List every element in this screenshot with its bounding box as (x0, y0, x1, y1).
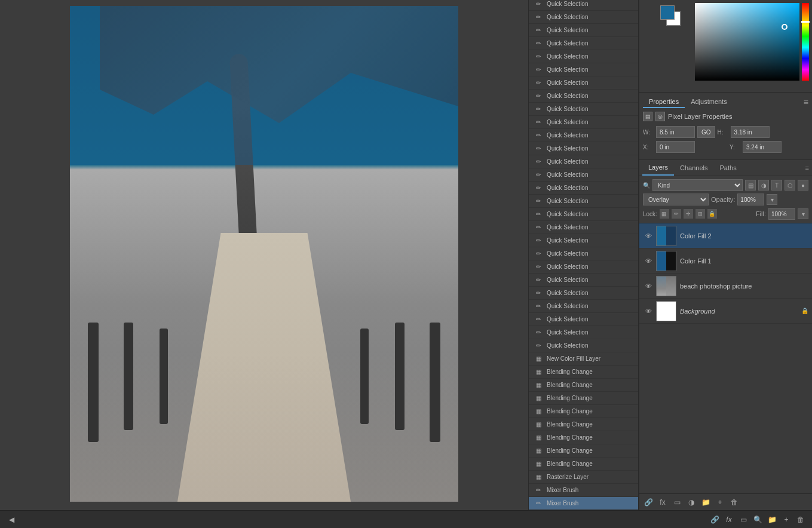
lock-move-btn[interactable]: ✛ (684, 209, 693, 219)
history-item[interactable]: ▦Blending Change (529, 379, 638, 392)
h-input[interactable] (731, 126, 770, 138)
layer-effects-btn[interactable]: fx (657, 497, 668, 508)
tab-channels[interactable]: Channels (674, 161, 713, 175)
history-item[interactable]: ✏Quick Selection (529, 103, 638, 116)
history-item[interactable]: ✏Quick Selection (529, 195, 638, 208)
history-item[interactable]: ✏Mixer Brush (529, 497, 638, 510)
layer-item[interactable]: 👁Color Fill 2 (639, 223, 812, 248)
history-item[interactable]: ✏Quick Selection (529, 221, 638, 234)
brush-icon: ✏ (534, 341, 543, 351)
history-item[interactable]: ✏Quick Selection (529, 274, 638, 287)
history-item[interactable]: ✏Quick Selection (529, 208, 638, 221)
y-input[interactable] (743, 141, 782, 153)
history-item[interactable]: ✏Quick Selection (529, 50, 638, 63)
delete-layer-btn[interactable]: 🗑 (729, 497, 740, 508)
history-item[interactable]: ▦Rasterize Layer (529, 471, 638, 484)
history-item[interactable]: ✏Quick Selection (529, 63, 638, 76)
fill-input[interactable] (768, 208, 795, 220)
history-item[interactable]: ▦Blending Change (529, 405, 638, 418)
new-layer-icon[interactable]: + (781, 514, 792, 525)
properties-menu-icon[interactable]: ≡ (804, 97, 808, 107)
w-input[interactable] (656, 126, 695, 138)
layer-visibility-toggle[interactable]: 👁 (643, 256, 654, 266)
history-item[interactable]: ▦Blending Change (529, 366, 638, 379)
tab-layers[interactable]: Layers (642, 160, 674, 176)
history-item[interactable]: ✏Quick Selection (529, 155, 638, 168)
history-item[interactable]: ▦Blending Change (529, 392, 638, 405)
opacity-input[interactable] (737, 194, 764, 205)
mask-icon[interactable]: ▭ (738, 514, 749, 525)
history-item[interactable]: ✏Quick Selection (529, 234, 638, 247)
history-item[interactable]: ▦Blending Change (529, 431, 638, 444)
blend-mode-select[interactable]: Overlay Normal Multiply Screen (643, 194, 709, 205)
history-item[interactable]: ✏Quick Selection (529, 313, 638, 326)
foreground-color-swatch[interactable] (660, 5, 675, 20)
opacity-arrow-btn[interactable]: ▾ (767, 194, 777, 205)
fill-arrow-btn[interactable]: ▾ (798, 208, 808, 219)
adjust-filter-btn[interactable]: ◑ (758, 180, 769, 191)
type-filter-btn[interactable]: T (771, 180, 782, 191)
history-item[interactable]: ✏Quick Selection (529, 11, 638, 24)
properties-panel-header: Properties Adjustments ≡ (643, 96, 808, 108)
history-item[interactable]: ✏Quick Selection (529, 24, 638, 37)
history-item[interactable]: ✏Quick Selection (529, 287, 638, 300)
shape-filter-btn[interactable]: ⬡ (785, 180, 795, 191)
history-item[interactable]: ✏Quick Selection (529, 76, 638, 90)
layers-menu-icon[interactable]: ≡ (805, 164, 809, 171)
history-item[interactable]: ✏Quick Selection (529, 247, 638, 260)
pixel-layer-icon2: ◎ (655, 112, 665, 121)
lock-artboard-btn[interactable]: ⊞ (695, 209, 705, 219)
x-input[interactable] (656, 141, 695, 153)
color-gradient[interactable] (695, 3, 799, 81)
history-item[interactable]: ✏Quick Selection (529, 37, 638, 50)
history-item[interactable]: ✏Quick Selection (529, 142, 638, 155)
history-item[interactable]: ✏Quick Selection (529, 0, 638, 11)
history-item[interactable]: ✏Quick Selection (529, 260, 638, 274)
tab-properties[interactable]: Properties (643, 96, 685, 108)
pixel-filter-btn[interactable]: ▤ (745, 180, 756, 191)
history-item[interactable]: ✏Quick Selection (529, 168, 638, 182)
kind-filter-select[interactable]: Kind (652, 179, 743, 191)
fx-icon[interactable]: fx (724, 514, 734, 525)
tab-adjustments[interactable]: Adjustments (685, 96, 733, 108)
layer-visibility-toggle[interactable]: 👁 (643, 306, 654, 317)
smart-filter-btn[interactable]: ● (798, 180, 808, 191)
search-icon2[interactable]: 🔍 (752, 514, 763, 525)
layer-item[interactable]: 👁Background🔒 (639, 299, 812, 324)
history-item-label: Quick Selection (547, 263, 588, 270)
history-item[interactable]: ✏Quick Selection (529, 182, 638, 195)
add-mask-btn[interactable]: ▭ (672, 497, 682, 508)
lock-checkerboard-btn[interactable]: ▦ (660, 209, 669, 219)
new-group-btn[interactable]: 📁 (700, 497, 711, 508)
history-item[interactable]: ▦New Color Fill Layer (529, 352, 638, 366)
lock-brush-btn[interactable]: ✏ (672, 209, 681, 219)
layer-visibility-toggle[interactable]: 👁 (643, 281, 654, 291)
history-item[interactable]: ✏Mixer Brush (529, 484, 638, 497)
layer-visibility-toggle[interactable]: 👁 (643, 231, 654, 241)
history-item[interactable]: ✏Quick Selection (529, 116, 638, 129)
history-item[interactable]: ✏Quick Selection (529, 326, 638, 339)
brush-icon: ✏ (534, 131, 543, 140)
history-item[interactable]: ✏Quick Selection (529, 90, 638, 103)
tab-paths[interactable]: Paths (714, 161, 743, 175)
layer-item[interactable]: 👁beach photoshop picture (639, 274, 812, 299)
go-button[interactable]: GO (697, 126, 715, 138)
color-gradient-handle[interactable] (782, 24, 788, 30)
layer-item[interactable]: 👁Color Fill 1 (639, 248, 812, 274)
lock-all-btn[interactable]: 🔒 (707, 209, 717, 219)
history-item-label: Quick Selection (547, 158, 588, 165)
folder-icon[interactable]: 📁 (767, 514, 777, 525)
new-fill-layer-btn[interactable]: ◑ (686, 497, 697, 508)
history-item[interactable]: ▦Blending Change (529, 418, 638, 431)
history-item[interactable]: ✏Quick Selection (529, 300, 638, 313)
trash-icon[interactable]: 🗑 (795, 514, 806, 525)
history-item[interactable]: ✏Quick Selection (529, 339, 638, 352)
history-item[interactable]: ▦Blending Change (529, 444, 638, 458)
history-item[interactable]: ✏Quick Selection (529, 129, 638, 142)
hue-bar[interactable] (802, 3, 809, 81)
new-layer-btn[interactable]: + (715, 497, 725, 508)
history-item[interactable]: ▦Blending Change (529, 458, 638, 471)
arrow-left-btn[interactable]: ◀ (6, 514, 17, 525)
link-icon[interactable]: 🔗 (709, 514, 720, 525)
link-layers-btn[interactable]: 🔗 (643, 497, 654, 508)
